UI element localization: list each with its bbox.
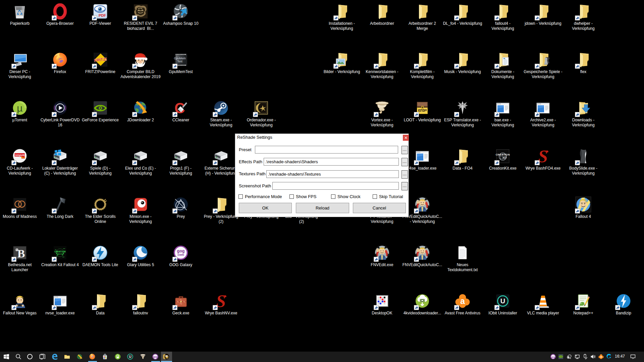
svg-text:Test: Test bbox=[177, 60, 182, 63]
svg-text:U: U bbox=[500, 297, 505, 305]
svg-text:gog: gog bbox=[551, 356, 555, 358]
svg-text:CREATION: CREATION bbox=[54, 250, 66, 253]
svg-text:CREATION: CREATION bbox=[496, 153, 510, 156]
svg-text:a: a bbox=[600, 355, 602, 358]
svg-text:▚KIT▞: ▚KIT▞ bbox=[56, 253, 64, 255]
svg-text:BILD: BILD bbox=[21, 157, 25, 159]
svg-text:a: a bbox=[460, 296, 465, 306]
svg-text:Computer: Computer bbox=[13, 154, 26, 157]
svg-text:com: com bbox=[177, 253, 184, 256]
svg-text:gog: gog bbox=[153, 356, 158, 358]
svg-text:µ: µ bbox=[17, 103, 22, 114]
svg-text:KIT: KIT bbox=[503, 156, 507, 159]
svg-text:U: U bbox=[129, 355, 131, 359]
svg-text:B: B bbox=[17, 247, 25, 260]
svg-text:PDF: PDF bbox=[99, 13, 106, 17]
